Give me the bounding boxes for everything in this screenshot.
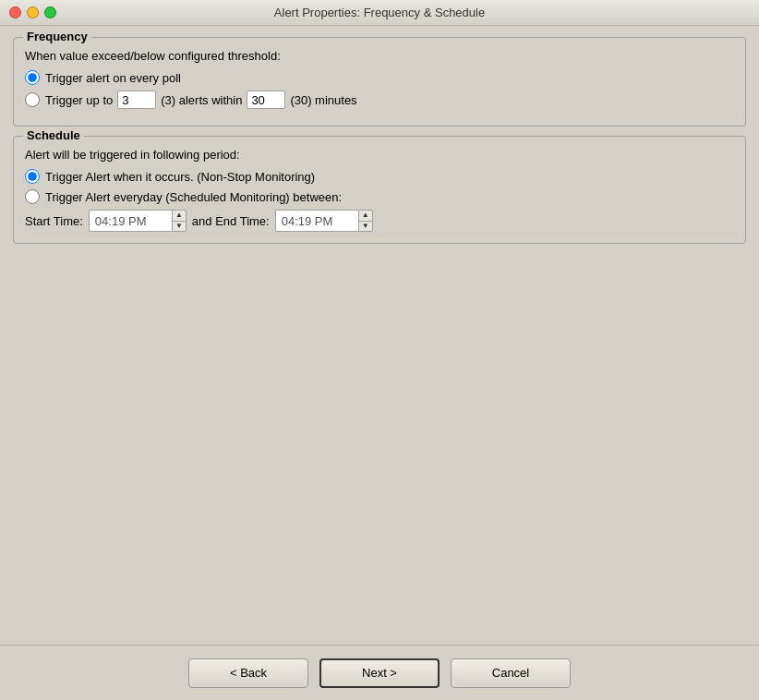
end-time-spinner[interactable]: ▲ ▼	[358, 210, 373, 232]
schedule-scheduled-row: Trigger Alert everyday (Scheduled Monito…	[25, 189, 734, 204]
alerts-count-input[interactable]	[117, 91, 156, 109]
end-time-input[interactable]	[275, 210, 358, 232]
close-button[interactable]	[9, 6, 21, 18]
cancel-button[interactable]: Cancel	[451, 658, 571, 688]
frequency-title: Frequency	[23, 30, 91, 43]
maximize-button[interactable]	[44, 6, 56, 18]
start-time-down-button[interactable]: ▼	[173, 222, 186, 232]
end-time-up-button[interactable]: ▲	[359, 211, 372, 222]
schedule-description: Alert will be triggered in following per…	[25, 148, 734, 162]
next-button[interactable]: Next >	[319, 658, 440, 688]
start-time-input[interactable]	[89, 210, 172, 232]
minutes-count-input[interactable]	[247, 91, 285, 109]
trigger-upto-label[interactable]: Trigger up to (3) alerts within (30) min…	[45, 91, 357, 109]
start-time-up-button[interactable]: ▲	[173, 211, 186, 222]
end-time-down-button[interactable]: ▼	[359, 222, 372, 232]
schedule-group: Schedule Alert will be triggered in foll…	[13, 136, 746, 244]
frequency-content: When value exceed/below configured thres…	[25, 49, 734, 109]
back-button[interactable]: < Back	[188, 658, 308, 688]
window-controls[interactable]	[9, 6, 56, 18]
trigger-upto-radio[interactable]	[25, 92, 40, 107]
bottom-bar: < Back Next > Cancel	[0, 645, 759, 700]
trigger-every-poll-label[interactable]: Trigger alert on every poll	[45, 71, 181, 85]
end-time-wrap: ▲ ▼	[275, 210, 373, 232]
frequency-upto-row: Trigger up to (3) alerts within (30) min…	[25, 91, 734, 109]
start-time-wrap: ▲ ▼	[89, 210, 187, 232]
trigger-scheduled-label[interactable]: Trigger Alert everyday (Scheduled Monito…	[45, 190, 342, 204]
minimize-button[interactable]	[27, 6, 39, 18]
frequency-group: Frequency When value exceed/below config…	[13, 37, 746, 127]
trigger-nonstop-radio[interactable]	[25, 169, 40, 184]
schedule-title: Schedule	[23, 128, 84, 142]
main-content: Frequency When value exceed/below config…	[0, 26, 759, 645]
trigger-scheduled-radio[interactable]	[25, 189, 40, 204]
start-time-label: Start Time:	[25, 214, 83, 228]
title-bar: Alert Properties: Frequency & Schedule	[0, 0, 759, 26]
frequency-every-poll-row: Trigger alert on every poll	[25, 70, 734, 85]
window-title: Alert Properties: Frequency & Schedule	[274, 6, 485, 19]
time-row: Start Time: ▲ ▼ and End Time: ▲ ▼	[25, 210, 734, 232]
trigger-nonstop-label[interactable]: Trigger Alert when it occurs. (Non-Stop …	[45, 170, 315, 184]
frequency-description: When value exceed/below configured thres…	[25, 49, 734, 63]
end-time-label: and End Time:	[192, 214, 270, 228]
schedule-nonstop-row: Trigger Alert when it occurs. (Non-Stop …	[25, 169, 734, 184]
trigger-every-poll-radio[interactable]	[25, 70, 40, 85]
schedule-content: Alert will be triggered in following per…	[25, 148, 734, 232]
start-time-spinner[interactable]: ▲ ▼	[172, 210, 187, 232]
